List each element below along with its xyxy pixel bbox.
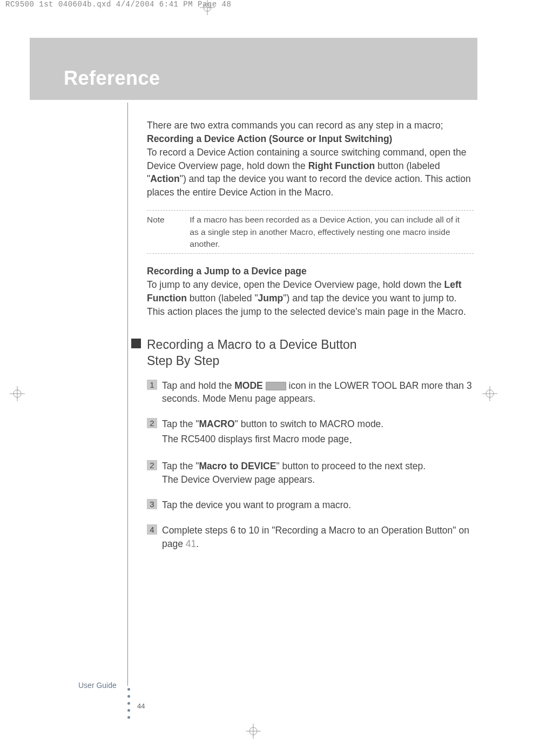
section-body: To record a Device Action containing a s… [147, 146, 474, 199]
note-text: If a macro has been recorded as a Device… [190, 214, 468, 250]
step-number: 4 [147, 524, 157, 535]
section-steps-heading: Recording a Macro to a Device Button Ste… [147, 337, 474, 369]
footer-dots-icon [127, 688, 130, 723]
note-block: Note If a macro has been recorded as a D… [147, 210, 474, 254]
section-body: To jump to any device, open the Device O… [147, 278, 474, 319]
registration-mark-bottom [246, 724, 261, 741]
step-number: 2 [147, 460, 157, 470]
file-slug: RC9500 1st 040604b.qxd 4/4/2004 6:41 PM … [0, 0, 533, 11]
step-item: 2 Tap the "MACRO" button to switch to MA… [147, 417, 474, 448]
registration-mark-left [10, 386, 25, 403]
registration-mark-right [482, 386, 497, 403]
section-jump: Recording a Jump to a Device page To jum… [147, 265, 474, 318]
step-number: 3 [147, 499, 157, 509]
step-item: 1 Tap and hold the MODE icon in the LOWE… [147, 379, 474, 406]
footer-guide-label: User Guide [78, 681, 117, 690]
section-heading: Recording a Jump to a Device page [147, 266, 307, 276]
intro-paragraph: There are two extra commands you can rec… [147, 119, 474, 132]
body-content: There are two extra commands you can rec… [147, 119, 474, 563]
chapter-title: Reference [64, 67, 160, 90]
mode-icon [266, 382, 286, 390]
step-item: 3 Tap the device you want to program a m… [147, 498, 474, 512]
page-number: 44 [137, 702, 145, 710]
note-label: Note [147, 214, 187, 226]
step-number: 1 [147, 380, 157, 390]
section-bullet-icon [131, 339, 141, 348]
section-heading: Recording a Device Action (Source or Inp… [147, 133, 392, 144]
step-number: 2 [147, 418, 157, 428]
step-item: 2 Tap the "Macro to DEVICE" button to pr… [147, 460, 474, 487]
vertical-rule [127, 103, 128, 686]
step-item: 4 Complete steps 6 to 10 in "Recording a… [147, 524, 474, 551]
registration-mark-top [200, 0, 215, 17]
section-device-action: Recording a Device Action (Source or Inp… [147, 132, 474, 199]
